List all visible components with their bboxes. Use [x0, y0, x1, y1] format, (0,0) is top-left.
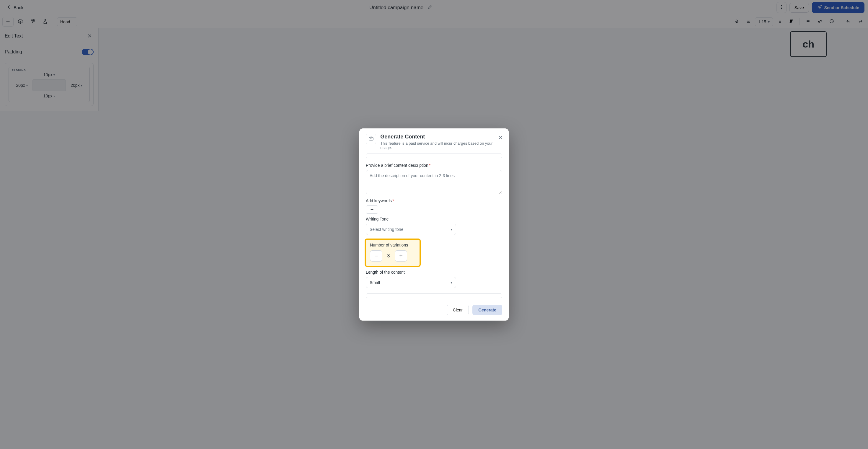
tone-value: Select writing tone	[370, 227, 403, 232]
modal-header: Generate Content This feature is a paid …	[359, 128, 509, 152]
variations-decrement-button[interactable]: −	[370, 250, 382, 261]
content-length-select[interactable]: Small ▾	[366, 277, 456, 288]
svg-rect-11	[369, 137, 373, 140]
minus-icon: −	[374, 253, 378, 259]
generate-content-modal: ✕ Generate Content This feature is a pai…	[359, 128, 509, 321]
generate-label: Generate	[478, 308, 496, 312]
required-indicator: *	[429, 163, 430, 168]
previous-field-edge	[366, 154, 502, 158]
tone-label: Writing Tone	[366, 217, 502, 221]
description-label: Provide a brief content description*	[366, 163, 502, 168]
svg-point-12	[370, 138, 371, 139]
add-keyword-button[interactable]: +	[366, 205, 378, 214]
number-of-variations-field: Number of variations − 3 +	[365, 238, 421, 267]
variations-increment-button[interactable]: +	[395, 250, 407, 261]
chevron-down-icon: ▾	[451, 281, 452, 285]
clear-button[interactable]: Clear	[447, 304, 469, 315]
keywords-label: Add keywords*	[366, 198, 502, 203]
modal-scrim: ✕ Generate Content This feature is a pai…	[0, 0, 868, 449]
next-field-edge	[366, 293, 502, 298]
svg-point-13	[371, 138, 372, 139]
modal-title: Generate Content	[380, 134, 502, 140]
clear-label: Clear	[453, 308, 463, 312]
plus-icon: +	[399, 253, 403, 259]
modal-subtitle: This feature is a paid service and will …	[380, 141, 502, 150]
ai-chip	[366, 134, 376, 145]
description-label-text: Provide a brief content description	[366, 163, 428, 168]
writing-tone-select[interactable]: Select writing tone ▾	[366, 224, 456, 235]
plus-icon: +	[371, 206, 374, 213]
close-icon: ✕	[498, 135, 503, 140]
modal-footer: Clear Generate	[359, 300, 509, 321]
modal-body[interactable]: Provide a brief content description* Add…	[359, 152, 509, 300]
description-textarea[interactable]	[366, 170, 502, 194]
generate-button[interactable]: Generate	[472, 304, 502, 315]
modal-close-button[interactable]: ✕	[497, 133, 504, 142]
variations-value: 3	[386, 253, 391, 259]
chevron-down-icon: ▾	[451, 227, 452, 231]
variations-stepper: − 3 +	[370, 250, 415, 261]
variations-label: Number of variations	[370, 243, 415, 247]
length-label: Length of the content	[366, 270, 502, 275]
length-value: Small	[370, 280, 380, 285]
required-indicator: *	[392, 198, 394, 203]
robot-icon	[368, 135, 374, 143]
keywords-label-text: Add keywords	[366, 198, 392, 203]
